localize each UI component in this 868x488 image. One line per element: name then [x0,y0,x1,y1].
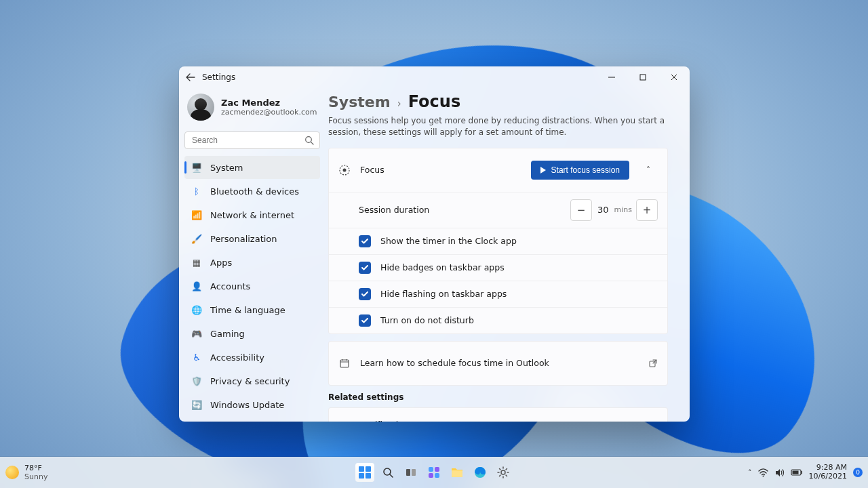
clock[interactable]: 9:28 AM 10/6/2021 [809,464,847,481]
notification-badge[interactable]: 0 [853,468,863,477]
page-description: Focus sessions help you get more done by… [328,115,668,138]
focus-label: Focus [360,165,521,175]
outlook-link-card[interactable]: Learn how to schedule focus time in Outl… [328,341,668,386]
window-title: Settings [202,73,235,82]
sun-icon [5,466,19,479]
notifications-title: Notifications [360,420,645,422]
search-box[interactable] [184,131,320,149]
system-tray[interactable]: ˄ 9:28 AM 10/6/2021 0 [748,457,863,488]
sidebar-item-system[interactable]: 🖥️System [184,156,320,179]
minimize-button[interactable] [596,66,627,88]
sidebar-item-gaming[interactable]: 🎮Gaming [184,322,320,345]
sidebar-item-update[interactable]: 🔄Windows Update [184,393,320,416]
edge-button[interactable] [471,463,490,482]
breadcrumb-root[interactable]: System [328,94,391,110]
related-settings-title: Related settings [328,392,668,402]
taskbar[interactable]: 78°F Sunny ˄ 9:28 AM 10/6/2021 0 [0,457,868,488]
shield-icon: 🛡️ [191,375,202,386]
external-link-icon [648,359,658,368]
sidebar-item-apps[interactable]: ▦Apps [184,251,320,274]
start-button[interactable] [355,463,374,482]
tray-overflow-icon[interactable]: ˄ [748,468,752,477]
person-icon: 👤 [191,281,202,291]
start-focus-button[interactable]: Start focus session [531,161,629,180]
volume-tray-icon[interactable] [774,468,785,478]
focus-card: Focus Start focus session ˄ Session dura… [328,148,668,334]
increase-button[interactable]: + [636,199,658,221]
svg-rect-4 [340,360,349,367]
notifications-card[interactable]: Notifications Mute notifications, alerts… [328,407,668,422]
search-button[interactable] [378,463,397,482]
sidebar: Zac Mendez zacmendez@outlook.com 🖥️Syste… [179,88,326,422]
brush-icon: 🖌️ [191,233,202,244]
svg-rect-9 [429,467,433,472]
nav: 🖥️System ᛒBluetooth & devices 📶Network &… [184,156,320,416]
svg-rect-0 [640,75,646,80]
update-icon: 🔄 [191,399,202,410]
sidebar-item-accessibility[interactable]: ♿Accessibility [184,346,320,369]
breadcrumb: System › Focus [328,92,668,111]
sidebar-item-network[interactable]: 📶Network & internet [184,203,320,226]
option-show-timer[interactable]: Show the timer in the Clock app [329,228,667,254]
focus-icon [338,164,351,176]
close-button[interactable] [658,66,690,88]
decrease-button[interactable]: − [570,199,592,221]
checkbox-checked-icon[interactable] [359,314,371,327]
checkbox-checked-icon[interactable] [359,235,371,247]
svg-point-3 [343,168,347,171]
sidebar-item-accounts[interactable]: 👤Accounts [184,274,320,298]
option-dnd[interactable]: Turn on do not disturb [329,307,667,333]
accessibility-icon: ♿ [191,352,202,363]
back-button[interactable] [179,73,202,82]
svg-point-15 [501,470,505,474]
sidebar-item-personalization[interactable]: 🖌️Personalization [184,227,320,250]
globe-icon: 🌐 [191,304,202,315]
account-card[interactable]: Zac Mendez zacmendez@outlook.com [184,91,320,126]
calendar-icon [338,358,351,369]
sidebar-item-bluetooth[interactable]: ᛒBluetooth & devices [184,180,320,203]
sidebar-item-privacy[interactable]: 🛡️Privacy & security [184,369,320,392]
account-name: Zac Mendez [221,98,317,108]
sidebar-item-time[interactable]: 🌐Time & language [184,298,320,321]
content: System › Focus Focus sessions help you g… [326,88,690,422]
game-icon: 🎮 [191,328,202,339]
chevron-right-icon: › [397,98,401,110]
search-icon [304,136,314,145]
battery-tray-icon[interactable] [791,468,803,476]
weather-temp: 78°F [24,464,47,472]
collapse-toggle[interactable]: ˄ [639,165,658,175]
checkbox-checked-icon[interactable] [359,288,371,300]
outlook-link-label: Learn how to schedule focus time in Outl… [360,358,639,368]
svg-rect-11 [429,473,433,478]
svg-rect-7 [406,469,410,476]
svg-rect-10 [435,467,439,472]
settings-window: Settings Zac Mendez zacmendez@outlook.co… [179,66,690,422]
focus-header-row[interactable]: Focus Start focus session ˄ [329,148,667,192]
task-view-button[interactable] [401,463,420,482]
widgets-button[interactable] [425,463,443,482]
account-email: zacmendez@outlook.com [221,108,317,117]
duration-unit: mins [614,205,632,214]
duration-stepper: − 30 mins + [570,199,658,221]
maximize-button[interactable] [627,66,658,88]
svg-rect-12 [435,473,439,478]
avatar [187,94,214,121]
settings-button[interactable] [494,463,513,482]
bluetooth-icon: ᛒ [191,186,202,197]
explorer-button[interactable] [448,463,467,482]
grid-icon: ▦ [191,257,202,268]
option-hide-flashing[interactable]: Hide flashing on taskbar apps [329,281,667,307]
weather-widget[interactable]: 78°F Sunny [5,457,47,488]
back-arrow-icon [186,73,195,82]
checkbox-checked-icon[interactable] [359,262,371,274]
page-title: Focus [408,92,461,111]
svg-point-16 [762,475,764,476]
svg-rect-18 [792,471,798,474]
search-input[interactable] [191,135,304,146]
option-hide-badges[interactable]: Hide badges on taskbar apps [329,254,667,281]
session-duration-label: Session duration [359,205,429,215]
taskbar-center [355,463,513,482]
weather-sky: Sunny [24,472,47,481]
display-icon: 🖥️ [191,162,202,173]
wifi-tray-icon[interactable] [758,468,768,478]
